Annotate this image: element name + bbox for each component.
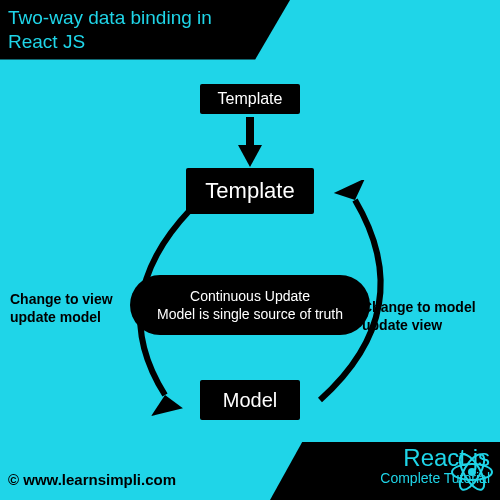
footer-copyright: © www.learnsimpli.com	[8, 471, 176, 488]
svg-marker-1	[238, 145, 262, 167]
node-template-top: Template	[200, 84, 300, 114]
arrow-left-cycle-icon	[95, 200, 215, 420]
arrow-right-cycle-icon	[300, 180, 430, 410]
node-label: Template	[205, 178, 294, 203]
node-label: Template	[218, 90, 283, 107]
arrow-down-icon	[238, 115, 262, 167]
svg-marker-2	[151, 393, 185, 420]
react-logo-icon	[450, 450, 494, 494]
page-title: Two-way data binding in React JS	[8, 7, 212, 52]
node-model: Model	[200, 380, 300, 420]
svg-point-4	[468, 468, 476, 476]
node-label: Model	[223, 389, 277, 411]
copyright-text: © www.learnsimpli.com	[8, 471, 176, 488]
title-banner: Two-way data binding in React JS	[0, 0, 290, 60]
svg-marker-3	[332, 180, 367, 203]
